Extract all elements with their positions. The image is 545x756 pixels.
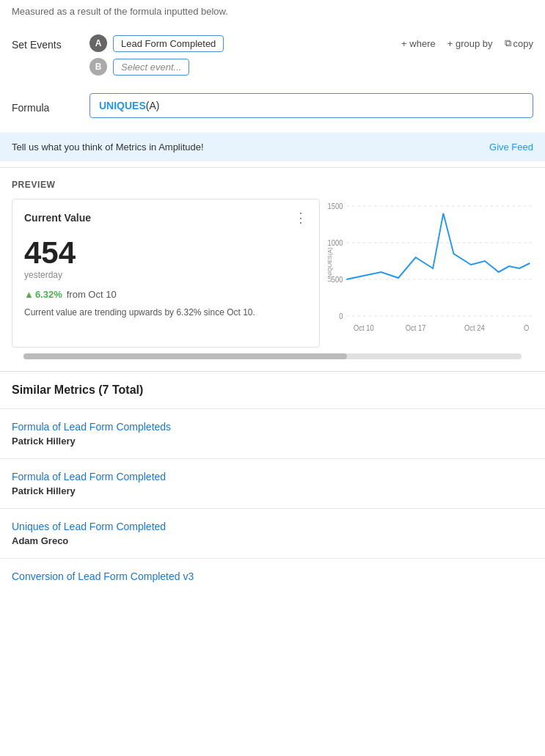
- feedback-message: Tell us what you think of Metrics in Amp…: [12, 142, 204, 153]
- metric-author-2: Patrick Hillery: [12, 485, 533, 496]
- badge-a: A: [89, 34, 107, 52]
- preview-label: PREVIEW: [12, 174, 533, 199]
- event-row-a: A Lead Form Completed + where + group by…: [89, 34, 533, 52]
- chart-area: Current Value ⋮ 454 yesterday ▲ 6.32% fr…: [12, 199, 533, 348]
- feedback-banner: Tell us what you think of Metrics in Amp…: [0, 133, 545, 161]
- card-header: Current Value ⋮: [24, 211, 307, 224]
- scrollbar-thumb[interactable]: [23, 353, 347, 359]
- metric-item-2: Formula of Lead Form Completed Patrick H…: [0, 458, 545, 508]
- metric-author-1: Patrick Hillery: [12, 436, 533, 447]
- similar-metrics-heading: Similar Metrics (7 Total): [0, 372, 545, 408]
- card-title: Current Value: [24, 212, 91, 224]
- event-a-actions: + where + group by ⧉ copy: [401, 37, 533, 49]
- svg-text:UNIQUES(A): UNIQUES(A): [326, 247, 333, 282]
- trend-up-icon: ▲ 6.32%: [24, 289, 62, 300]
- similar-metrics-section: Similar Metrics (7 Total) Formula of Lea…: [0, 371, 545, 597]
- scrollbar-area[interactable]: [23, 353, 522, 359]
- from-date: from Oct 10: [67, 289, 117, 300]
- preview-section: PREVIEW Current Value ⋮ 454 yesterday ▲ …: [0, 167, 545, 359]
- event-a-tag[interactable]: Lead Form Completed: [113, 35, 224, 52]
- set-events-label: Set Events: [12, 34, 78, 51]
- metric-item-4: Conversion of Lead Form Completed v3: [0, 558, 545, 597]
- three-dots-button[interactable]: ⋮: [294, 211, 307, 224]
- event-row-b: B Select event...: [89, 58, 533, 76]
- big-number: 454: [24, 236, 307, 270]
- metric-item-3: Uniques of Lead Form Completed Adam Grec…: [0, 508, 545, 558]
- formula-input-box[interactable]: UNIQUES(A): [89, 93, 533, 118]
- metric-item-1: Formula of Lead Form Completeds Patrick …: [0, 408, 545, 458]
- svg-text:Oct 24: Oct 24: [464, 324, 485, 332]
- metric-author-3: Adam Greco: [12, 535, 533, 546]
- trend-row: ▲ 6.32% from Oct 10: [24, 289, 307, 300]
- badge-b: B: [89, 58, 107, 76]
- event-b-tag[interactable]: Select event...: [113, 59, 189, 76]
- group-by-button[interactable]: + group by: [447, 38, 493, 49]
- svg-text:0: 0: [339, 312, 343, 320]
- current-value-card: Current Value ⋮ 454 yesterday ▲ 6.32% fr…: [12, 199, 320, 348]
- svg-text:O: O: [524, 324, 530, 332]
- metric-title-2[interactable]: Formula of Lead Form Completed: [12, 471, 533, 482]
- where-button[interactable]: + where: [401, 38, 436, 49]
- svg-text:Oct 17: Oct 17: [406, 324, 426, 332]
- svg-text:1500: 1500: [328, 202, 344, 210]
- events-container: A Lead Form Completed + where + group by…: [89, 34, 533, 76]
- metric-title-4[interactable]: Conversion of Lead Form Completed v3: [12, 570, 533, 582]
- period-label: yesterday: [24, 270, 307, 280]
- copy-icon: ⧉: [505, 37, 511, 49]
- copy-button[interactable]: ⧉ copy: [505, 37, 533, 49]
- top-note: Measured as a result of the formula inpu…: [0, 0, 545, 26]
- chart-container: 1500 1000 500 0 UNIQUES(A) Oct 10 Oct 17…: [320, 199, 533, 348]
- formula-section: Formula UNIQUES(A): [0, 84, 545, 127]
- metric-title-3[interactable]: Uniques of Lead Form Completed: [12, 521, 533, 532]
- trend-description: Current value are trending upwards by 6.…: [24, 306, 307, 319]
- svg-text:500: 500: [332, 276, 343, 284]
- svg-text:1000: 1000: [328, 239, 344, 247]
- svg-text:Oct 10: Oct 10: [354, 324, 374, 332]
- formula-label: Formula: [12, 98, 78, 114]
- line-chart: 1500 1000 500 0 UNIQUES(A) Oct 10 Oct 17…: [326, 199, 533, 345]
- give-feedback-link[interactable]: Give Feed: [489, 142, 533, 153]
- metric-title-1[interactable]: Formula of Lead Form Completeds: [12, 421, 533, 433]
- set-events-section: Set Events A Lead Form Completed + where…: [0, 26, 545, 84]
